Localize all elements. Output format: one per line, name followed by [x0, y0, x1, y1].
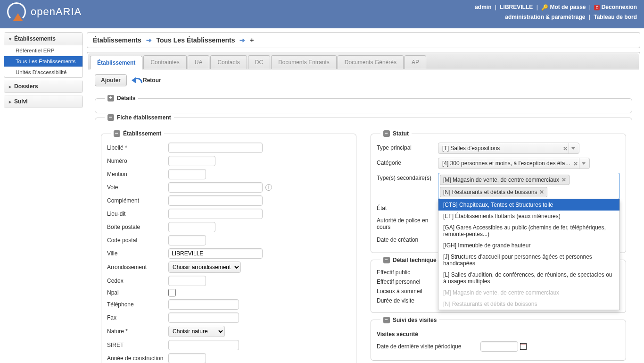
voie-input[interactable]	[168, 182, 263, 193]
arrow-icon: ➔	[239, 36, 245, 44]
numero-input[interactable]	[168, 156, 215, 166]
user-link[interactable]: admin	[475, 4, 491, 10]
back-arrow-icon	[132, 76, 141, 84]
breadcrumb: Établissements ➔ Tous Les Établissements…	[87, 32, 640, 48]
dropdown-option[interactable]: [IGH] Immeuble de grande hauteur	[438, 240, 619, 251]
sidebar-section-etablissements[interactable]: Établissements	[4, 33, 83, 45]
brand-name: openARIA	[31, 6, 82, 18]
dropdown-option[interactable]: [EF] Établissements flottants (eaux inté…	[438, 211, 619, 222]
chevron-down-icon[interactable]	[569, 143, 577, 153]
sidebar-item-unites[interactable]: Unités D'accessibilité	[4, 67, 83, 77]
telephone-input[interactable]	[168, 299, 239, 310]
dropdown-option: [M] Magasin de vente, de centre commerci…	[438, 287, 619, 298]
arrondissement-select[interactable]: Choisir arrondissement	[168, 262, 241, 273]
tab-doc-entrants[interactable]: Documents Entrants	[271, 55, 337, 69]
fieldset-suivi[interactable]: Suivi des visites	[380, 317, 439, 323]
visites-securite-label: Visites sécurité	[377, 331, 620, 338]
types-secondaires-search[interactable]	[549, 187, 618, 197]
type-principal-select[interactable]: [T] Salles d'expositions✕	[438, 143, 579, 154]
back-link[interactable]: Retour	[132, 76, 161, 84]
minus-icon	[383, 317, 390, 323]
fieldset-statut[interactable]: Statut	[380, 130, 412, 137]
nature-select[interactable]: Choisir nature	[168, 326, 225, 337]
city-link[interactable]: LIBREVILLE	[500, 4, 533, 10]
sidebar-item-tous[interactable]: Tous Les Établissements	[4, 56, 83, 67]
cp-input[interactable]	[168, 235, 206, 245]
date-derniere-visite-input[interactable]	[480, 341, 518, 352]
minus-icon	[114, 130, 120, 137]
tag-n: [N] Restaurants et débits de boissons✕	[440, 187, 547, 197]
password-link[interactable]: Mot de passe	[550, 4, 586, 10]
sidebar-section-suivi[interactable]: Suivi	[4, 95, 83, 108]
tab-bar: Établissement Contraintes UA Contacts DC…	[88, 53, 639, 69]
minus-icon	[107, 114, 114, 121]
clear-icon[interactable]: ✕	[563, 145, 568, 152]
complement-input[interactable]	[168, 195, 263, 206]
types-secondaires-select[interactable]: [M] Magasin de vente, de centre commerci…	[438, 173, 620, 199]
clear-icon[interactable]: ✕	[573, 160, 578, 167]
bp-input[interactable]	[168, 222, 215, 232]
types-secondaires-dropdown: [CTS] Chapiteaux, Tentes et Structures t…	[438, 199, 620, 310]
dropdown-option[interactable]: [CTS] Chapiteaux, Tentes et Structures t…	[438, 199, 619, 211]
sidebar-item-referentiel[interactable]: Référentiel ERP	[4, 45, 83, 56]
tab-ua[interactable]: UA	[188, 55, 210, 69]
logout-link[interactable]: Déconnexion	[602, 4, 637, 10]
logo: openARIA	[7, 2, 82, 21]
fieldset-details[interactable]: Détails	[105, 95, 138, 101]
tag-m: [M] Magasin de vente, de centre commerci…	[440, 175, 570, 185]
ville-input[interactable]	[168, 248, 263, 259]
arrow-icon: ➔	[146, 36, 152, 44]
dropdown-option[interactable]: [J] Structures d'accueil pour personnes …	[438, 251, 619, 269]
fieldset-fiche[interactable]: Fiche établissement	[105, 114, 174, 121]
breadcrumb-1[interactable]: Établissements	[93, 36, 141, 44]
logo-icon	[7, 2, 26, 21]
annee-input[interactable]	[168, 353, 206, 363]
remove-tag-icon[interactable]: ✕	[561, 177, 566, 183]
minus-icon	[383, 257, 390, 263]
dashboard-link[interactable]: Tableau de bord	[594, 14, 637, 20]
admin-link[interactable]: administration & paramétrage	[505, 14, 585, 20]
tab-contacts[interactable]: Contacts	[210, 55, 247, 69]
npai-checkbox[interactable]	[168, 289, 176, 296]
remove-tag-icon[interactable]: ✕	[539, 189, 544, 195]
dropdown-option[interactable]: [GA] Gares Accessibles au public (chemin…	[438, 222, 619, 240]
lieudit-input[interactable]	[168, 209, 263, 219]
tab-ap[interactable]: AP	[405, 55, 426, 69]
app-header: openARIA admin | LIBREVILLE | 🔑 Mot de p…	[0, 0, 644, 28]
breadcrumb-3: +	[250, 36, 254, 44]
chevron-down-icon[interactable]	[579, 158, 587, 169]
tab-dc[interactable]: DC	[248, 55, 270, 69]
siret-input[interactable]	[168, 340, 239, 350]
info-icon[interactable]: i	[265, 184, 272, 191]
sidebar-section-dossiers[interactable]: Dossiers	[4, 80, 83, 93]
dropdown-option: [N] Restaurants et débits de boissons	[438, 298, 619, 310]
tab-contraintes[interactable]: Contraintes	[143, 55, 186, 69]
fieldset-etablissement[interactable]: Établissement	[111, 130, 164, 137]
fax-input[interactable]	[168, 312, 239, 323]
libelle-input[interactable]	[168, 143, 263, 153]
sidebar: Établissements Référentiel ERP Tous Les …	[4, 32, 83, 363]
breadcrumb-2[interactable]: Tous Les Établissements	[157, 36, 235, 44]
power-icon	[594, 5, 600, 10]
calendar-icon[interactable]	[520, 343, 527, 350]
tab-doc-generes[interactable]: Documents Générés	[338, 55, 404, 69]
cedex-input[interactable]	[168, 276, 206, 286]
add-button[interactable]: Ajouter	[95, 74, 127, 86]
dropdown-option[interactable]: [L] Salles d'audition, de conférences, d…	[438, 269, 619, 287]
plus-icon	[107, 95, 114, 101]
categorie-select[interactable]: [4] 300 personnes et moins, à l'exceptio…	[438, 158, 590, 169]
key-icon: 🔑	[541, 4, 548, 11]
fieldset-detail-technique[interactable]: Détail technique	[380, 257, 439, 263]
minus-icon	[383, 130, 390, 137]
tab-etablissement[interactable]: Établissement	[90, 56, 142, 69]
mention-input[interactable]	[168, 169, 206, 179]
